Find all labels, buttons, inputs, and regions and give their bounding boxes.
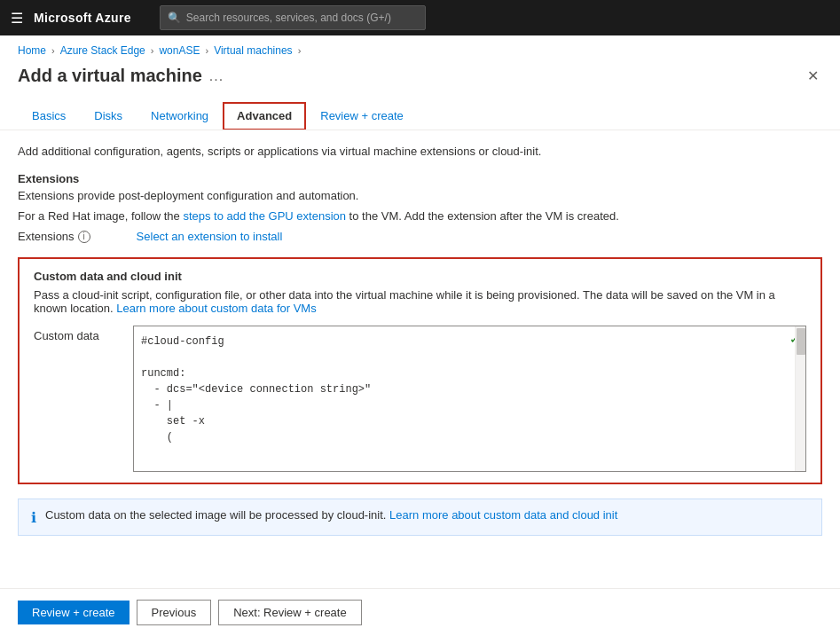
next-review-create-button[interactable]: Next: Review + create xyxy=(218,600,362,625)
review-create-button[interactable]: Review + create xyxy=(18,601,130,624)
tab-disks[interactable]: Disks xyxy=(80,102,137,130)
learn-more-custom-data-link[interactable]: Learn more about custom data for VMs xyxy=(116,302,316,315)
custom-data-box: Custom data and cloud init Pass a cloud-… xyxy=(18,257,822,484)
extensions-description: Extensions provide post-deployment confi… xyxy=(18,189,822,202)
extensions-info-icon[interactable]: i xyxy=(78,231,90,243)
custom-data-row: Custom data #cloud-config runcmd: - dcs=… xyxy=(34,326,806,472)
info-notice-text-static: Custom data on the selected image will b… xyxy=(45,508,389,522)
learn-more-cloud-init-link[interactable]: Learn more about custom data and cloud i… xyxy=(389,508,617,522)
page-title: Add a virtual machine xyxy=(18,66,202,86)
search-bar[interactable]: 🔍 xyxy=(160,5,426,30)
extensions-title: Extensions xyxy=(18,172,822,185)
gpu-note-text: For a Red Hat image, follow the xyxy=(18,209,183,223)
bottom-action-bar: Review + create Previous Next: Review + … xyxy=(0,588,840,636)
tab-basics[interactable]: Basics xyxy=(18,102,80,130)
custom-data-textarea[interactable]: #cloud-config runcmd: - dcs="<device con… xyxy=(134,326,805,468)
app-title: Microsoft Azure xyxy=(34,11,131,25)
hamburger-icon[interactable]: ☰ xyxy=(11,10,23,27)
custom-data-title: Custom data and cloud init xyxy=(34,270,806,283)
page-options-icon[interactable]: ... xyxy=(209,68,224,84)
scrollbar-thumb xyxy=(797,328,805,355)
main-content: Home › Azure Stack Edge › wonASE › Virtu… xyxy=(0,35,840,636)
search-input[interactable] xyxy=(186,12,418,24)
gpu-extension-link[interactable]: steps to add the GPU extension xyxy=(183,209,346,223)
custom-data-label: Custom data xyxy=(34,326,122,342)
tab-networking[interactable]: Networking xyxy=(137,102,223,130)
page-description: Add additional configuration, agents, sc… xyxy=(18,145,822,158)
breadcrumb-stack-edge[interactable]: Azure Stack Edge xyxy=(60,44,145,57)
info-notice: ℹ Custom data on the selected image will… xyxy=(18,499,822,536)
tab-advanced[interactable]: Advanced xyxy=(223,102,306,130)
extensions-row: Extensions i Select an extension to inst… xyxy=(18,230,822,243)
content-body: Add additional configuration, agents, sc… xyxy=(0,130,840,568)
page-header: Add a virtual machine ... ✕ xyxy=(0,57,840,88)
tabs-bar: Basics Disks Networking Advanced Review … xyxy=(0,88,840,130)
gpu-note-cont: to the VM. Add the extension after the V… xyxy=(349,209,619,223)
breadcrumb: Home › Azure Stack Edge › wonASE › Virtu… xyxy=(0,35,840,57)
breadcrumb-wonase[interactable]: wonASE xyxy=(159,44,200,57)
search-icon: 🔍 xyxy=(168,12,181,24)
topbar: ☰ Microsoft Azure 🔍 xyxy=(0,0,840,35)
tab-review-create[interactable]: Review + create xyxy=(306,102,418,130)
custom-data-description: Pass a cloud-init script, configuration … xyxy=(34,288,806,315)
gpu-note: For a Red Hat image, follow the steps to… xyxy=(18,209,822,223)
custom-data-textarea-wrapper: #cloud-config runcmd: - dcs="<device con… xyxy=(133,326,806,472)
page-header-left: Add a virtual machine ... xyxy=(18,66,224,86)
close-button[interactable]: ✕ xyxy=(804,64,822,88)
previous-button[interactable]: Previous xyxy=(137,600,212,625)
extensions-label: Extensions i xyxy=(18,230,90,243)
select-extension-link[interactable]: Select an extension to install xyxy=(137,230,283,243)
info-notice-text: Custom data on the selected image will b… xyxy=(45,508,617,522)
info-notice-icon: ℹ xyxy=(31,509,36,526)
breadcrumb-home[interactable]: Home xyxy=(18,44,46,57)
breadcrumb-vms[interactable]: Virtual machines xyxy=(214,44,293,57)
textarea-scrollbar[interactable] xyxy=(795,326,805,471)
extensions-label-text: Extensions xyxy=(18,230,75,243)
